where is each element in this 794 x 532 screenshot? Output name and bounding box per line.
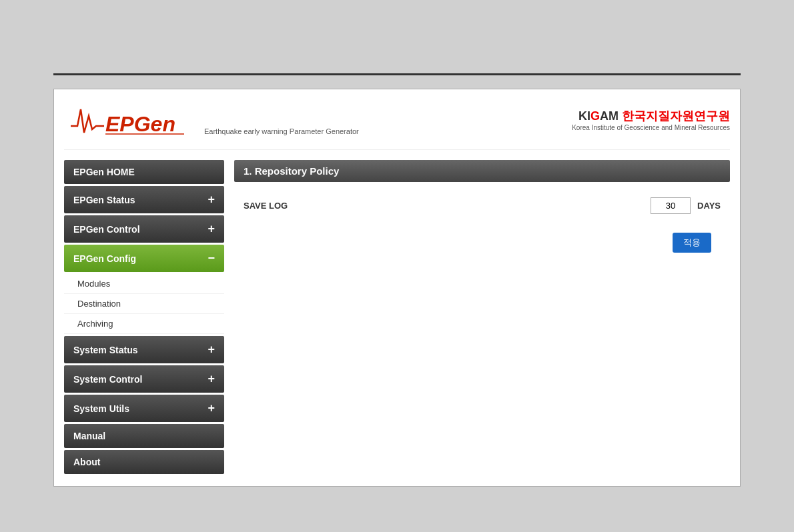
sidebar-label-manual: Manual (73, 431, 105, 441)
sidebar-label-epgen-config: EPGen Config (73, 253, 136, 264)
system-control-expand-icon: + (208, 372, 215, 386)
apply-button[interactable]: 적용 (673, 233, 711, 253)
logo-area: EPGen Earthquake early warning Parameter… (64, 99, 359, 139)
apply-area: 적용 (234, 219, 730, 266)
horizontal-divider (53, 73, 741, 75)
content-area: EPGen HOME EPGen Status + EPGen Control … (64, 160, 730, 476)
sidebar-label-system-utils: System Utils (73, 403, 129, 414)
submenu-destination[interactable]: Destination (64, 294, 224, 314)
sidebar-label-epgen-control: EPGen Control (73, 224, 140, 235)
sidebar-item-manual[interactable]: Manual (64, 424, 224, 448)
sidebar-item-epgen-home[interactable]: EPGen HOME (64, 160, 224, 184)
save-log-input[interactable] (651, 197, 691, 214)
epgen-status-expand-icon: + (208, 193, 215, 207)
kigam-logo: KIGAM 한국지질자원연구원 Korea Institute of Geosc… (572, 108, 730, 131)
sidebar-item-about[interactable]: About (64, 450, 224, 474)
kigam-korean: 한국지질자원연구원 (622, 109, 730, 123)
svg-text:EPGen: EPGen (105, 112, 175, 136)
sidebar-label-system-control: System Control (73, 374, 142, 385)
top-bar (0, 13, 794, 73)
system-status-expand-icon: + (208, 343, 215, 357)
sidebar-label-epgen-status: EPGen Status (73, 195, 135, 205)
sidebar-label-epgen-home: EPGen HOME (73, 167, 135, 177)
epgen-config-submenu: Modules Destination Archiving (64, 274, 224, 334)
submenu-modules[interactable]: Modules (64, 274, 224, 294)
sidebar-item-epgen-config[interactable]: EPGen Config − (64, 245, 224, 272)
epgen-config-expand-icon: − (208, 251, 215, 265)
app-header: EPGen Earthquake early warning Parameter… (64, 99, 730, 150)
sidebar-item-system-status[interactable]: System Status + (64, 336, 224, 363)
sidebar-item-epgen-control[interactable]: EPGen Control + (64, 215, 224, 243)
sidebar-item-system-utils[interactable]: System Utils + (64, 395, 224, 422)
epgen-control-expand-icon: + (208, 222, 215, 236)
kigam-accent: G (590, 109, 600, 123)
epgen-logo: EPGen (64, 99, 211, 139)
sidebar-label-system-status: System Status (73, 345, 137, 355)
kigam-brand: KIGAM 한국지질자원연구원 (572, 108, 730, 124)
kigam-english: Korea Institute of Geoscience and Minera… (572, 124, 730, 131)
submenu-archiving[interactable]: Archiving (64, 314, 224, 334)
main-panel: 1. Repository Policy SAVE LOG DAYS 적용 (224, 160, 730, 476)
save-log-label: SAVE LOG (244, 201, 644, 211)
main-container: EPGen Earthquake early warning Parameter… (53, 89, 741, 487)
sidebar-label-about: About (73, 457, 100, 467)
page-wrapper: EPGen Earthquake early warning Parameter… (0, 0, 794, 532)
system-utils-expand-icon: + (208, 401, 215, 415)
save-log-unit: DAYS (697, 201, 721, 211)
section-header: 1. Repository Policy (234, 160, 730, 182)
sidebar: EPGen HOME EPGen Status + EPGen Control … (64, 160, 224, 476)
save-log-row: SAVE LOG DAYS (234, 192, 730, 219)
tagline: Earthquake early warning Parameter Gener… (204, 127, 359, 135)
sidebar-item-system-control[interactable]: System Control + (64, 365, 224, 393)
sidebar-item-epgen-status[interactable]: EPGen Status + (64, 186, 224, 213)
